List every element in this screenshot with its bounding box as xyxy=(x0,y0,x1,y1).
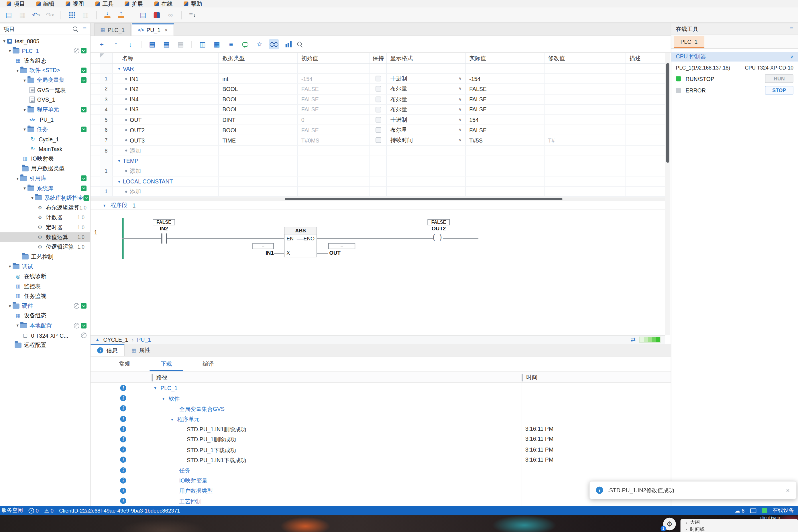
var-name[interactable]: IN3 xyxy=(130,107,138,112)
col-initvalue[interactable]: 初始值 xyxy=(297,53,370,63)
collapse-icon[interactable]: ▾ xyxy=(118,66,120,71)
connection-icon[interactable] xyxy=(762,508,767,513)
retain-checkbox[interactable] xyxy=(375,76,381,81)
filter-icon[interactable]: ≡ xyxy=(83,25,87,33)
log-row[interactable]: i▾程序单元 xyxy=(91,414,671,424)
expand-arrow-icon[interactable]: ▾ xyxy=(22,107,28,112)
display-format-select[interactable]: 布尔量∨ xyxy=(387,94,466,104)
list-button[interactable]: ≡ xyxy=(226,39,236,50)
subtab-general[interactable]: 常规 xyxy=(104,357,145,372)
tree-item-tasks[interactable]: ▾任务 xyxy=(0,125,90,134)
expand-arrow-icon[interactable]: ▾ xyxy=(162,396,165,401)
tab-plc1-online[interactable]: PLC_1 xyxy=(674,36,704,49)
var-type[interactable]: BOOL xyxy=(219,94,297,104)
tree-item-watch-table[interactable]: ▥监控表 xyxy=(0,281,90,291)
log-row[interactable]: i用户数据类型 xyxy=(91,486,671,496)
tree-item-online-diagnosis[interactable]: ◎在线诊断 xyxy=(0,271,90,281)
output-operand-label[interactable]: OUT xyxy=(329,250,347,255)
expand-arrow-icon[interactable]: ▾ xyxy=(7,49,13,54)
tree-item-system-lib-basic[interactable]: ▾系统库初级指令 xyxy=(0,193,90,203)
log-row[interactable]: i▾PLC_1 xyxy=(91,383,671,393)
outline-item[interactable]: ›大纲 xyxy=(681,519,798,526)
tree-item-cycle-1[interactable]: ↻Cycle_1 xyxy=(0,134,90,144)
contact-operand-label[interactable]: IN2 xyxy=(151,225,177,231)
col-name[interactable]: 名称 xyxy=(113,53,219,63)
search-button[interactable] xyxy=(297,39,308,50)
var-init[interactable]: 0 xyxy=(297,115,370,125)
var-modify[interactable]: T# xyxy=(544,135,626,145)
log-row[interactable]: i▾软件 xyxy=(91,393,671,403)
var-init[interactable]: FALSE xyxy=(297,125,370,135)
menu-view[interactable]: 视图 xyxy=(60,0,90,8)
var-name[interactable]: IN1 xyxy=(130,76,138,81)
expand-arrow-icon[interactable]: ▾ xyxy=(15,176,21,181)
tree-item-gvs-list[interactable]: GVS一览表 xyxy=(0,85,90,95)
var-type[interactable]: DINT xyxy=(219,115,297,125)
redo-button[interactable]: ↷▾ xyxy=(44,10,56,21)
scrollbar-thumb[interactable] xyxy=(285,197,562,200)
comment-button[interactable] xyxy=(240,39,251,50)
input-operand-label[interactable]: IN1 xyxy=(252,250,274,255)
app-grid-button[interactable] xyxy=(66,10,77,21)
ladder-canvas[interactable]: 1 FALSE IN2 ABS EN ENO X – IN1 – OUT FAL… xyxy=(91,210,665,335)
close-icon[interactable]: × xyxy=(786,487,790,494)
export-button[interactable]: ▤ xyxy=(161,39,171,50)
chart-button[interactable] xyxy=(283,39,293,50)
tree-item-process-control[interactable]: 工艺控制 xyxy=(0,252,90,262)
log-path-link[interactable]: 软件 xyxy=(169,395,180,403)
menu-online[interactable]: 在线 xyxy=(149,0,178,8)
retain-checkbox[interactable] xyxy=(375,86,381,92)
expand-arrow-icon[interactable]: ▾ xyxy=(30,195,35,201)
upload-from-plc-button[interactable]: ↑ xyxy=(115,10,127,21)
display-format-select[interactable]: 十进制∨ xyxy=(387,74,466,83)
menu-help[interactable]: 帮助 xyxy=(178,0,208,8)
link-button[interactable]: ∞ xyxy=(165,10,176,21)
subtab-download[interactable]: 下载 xyxy=(145,357,187,372)
var-init[interactable]: FALSE xyxy=(297,84,370,94)
tree-item-hardware[interactable]: ▾硬件 xyxy=(0,301,90,311)
subtab-compile[interactable]: 编译 xyxy=(187,357,229,372)
table-button[interactable]: ▦ xyxy=(212,39,222,50)
table-left-button[interactable]: ▥ xyxy=(197,39,208,50)
tab-plc1[interactable]: ▦PLC_1 xyxy=(94,23,131,36)
log-row[interactable]: iSTD.PU_1删除成功3:16:11 PM xyxy=(91,434,671,444)
menu-extensions[interactable]: 扩展 xyxy=(119,0,149,8)
var-init[interactable]: FALSE xyxy=(297,105,370,114)
expand-arrow-icon[interactable]: ▾ xyxy=(171,417,173,422)
var-add-row[interactable]: 8添加 xyxy=(91,146,665,156)
verify-button[interactable]: ▤ xyxy=(147,39,157,50)
display-format-select[interactable]: 布尔量∨ xyxy=(387,105,466,114)
expand-arrow-icon[interactable]: ▾ xyxy=(15,323,21,328)
log-row[interactable]: i任务 xyxy=(91,465,671,475)
display-format-select[interactable]: 布尔量∨ xyxy=(387,84,466,94)
var-type[interactable]: BOOL xyxy=(219,84,297,94)
log-row[interactable]: i工艺控制 xyxy=(91,496,671,506)
var-type[interactable]: BOOL xyxy=(219,105,297,114)
tree-item-timer[interactable]: ⚙定时器1.0 xyxy=(0,223,90,232)
tab-pu1[interactable]: </>PU_1× xyxy=(132,23,174,36)
expand-arrow-icon[interactable]: ▾ xyxy=(7,303,13,308)
tree-item-debug[interactable]: ▾调试 xyxy=(0,262,90,271)
var-row-out3[interactable]: 7OUT3TIMET#0MS持续时间∨T#5ST# xyxy=(91,135,665,146)
retain-checkbox[interactable] xyxy=(375,107,381,112)
menu-edit[interactable]: 编辑 xyxy=(31,0,60,8)
col-path[interactable]: 路径 xyxy=(151,374,167,381)
add-variable-link[interactable]: 添加 xyxy=(130,147,141,154)
expand-arrow-icon[interactable]: ▾ xyxy=(22,186,28,191)
run-stop-button[interactable] xyxy=(151,10,162,21)
log-row[interactable]: iSTD.PU_1.IN1下载成功3:16:11 PM xyxy=(91,455,671,465)
var-row-in4[interactable]: 3IN4BOOLFALSE布尔量∨FALSE xyxy=(91,94,665,105)
tree-item-counter[interactable]: ⚙计数器1.0 xyxy=(0,213,90,222)
warning-counter[interactable]: ⚠0 xyxy=(44,507,53,513)
tree-item-device-config[interactable]: ▦设备组态 xyxy=(0,56,90,65)
display-format-select[interactable]: 布尔量∨ xyxy=(387,125,466,135)
search-icon[interactable] xyxy=(73,26,78,32)
tab-properties[interactable]: ▦属性 xyxy=(125,344,157,356)
expand-arrow-icon[interactable]: ▾ xyxy=(22,78,28,83)
log-row[interactable]: iIO映射变量 xyxy=(91,475,671,486)
new-project-button[interactable]: ▤ xyxy=(3,10,14,21)
tree-item-test-0805[interactable]: ▾test_0805 xyxy=(0,36,90,46)
sort-view-button[interactable]: ≡↓ xyxy=(187,10,198,21)
var-name[interactable]: OUT3 xyxy=(130,137,145,144)
tree-item-program-units[interactable]: ▾程序单元 xyxy=(0,105,90,114)
